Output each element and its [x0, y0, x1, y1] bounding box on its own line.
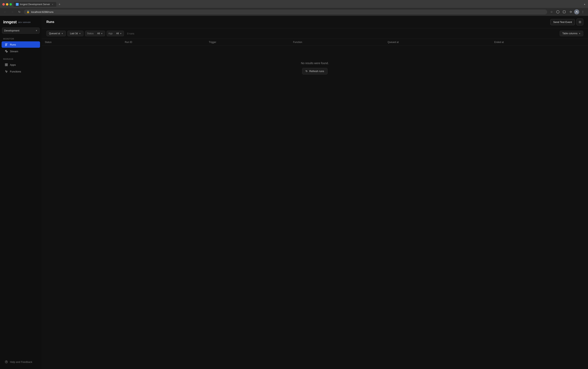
tab-dropdown-arrow[interactable]: ▼ [584, 3, 586, 6]
tab-favicon: I [16, 3, 19, 6]
app-filter-button[interactable]: All ▼ [114, 31, 124, 36]
empty-state-message: No results were found. [301, 61, 329, 65]
extension-2-button[interactable] [561, 9, 567, 15]
tab-title: Inngest Development Server [20, 3, 50, 6]
profile-button[interactable] [574, 9, 579, 14]
time-range-chevron-icon: ▼ [79, 32, 81, 35]
refresh-button[interactable]: ↻ [17, 9, 22, 15]
forward-button[interactable]: → [10, 9, 15, 15]
environment-chevron-icon: ▼ [35, 30, 37, 32]
svg-point-7 [6, 51, 7, 52]
status-filter-label: Status [85, 31, 95, 36]
app-container: inngest DEV SERVER Development ▼ Monitor… [0, 16, 588, 369]
maximize-traffic-light[interactable] [10, 3, 12, 6]
app-chevron-icon: ▼ [120, 32, 122, 35]
url-text: localhost:8288/runs [31, 10, 53, 13]
runs-icon [5, 43, 8, 46]
extension-1-button[interactable] [555, 9, 561, 15]
table-columns-chevron-icon: ▼ [579, 32, 581, 35]
close-traffic-light[interactable] [2, 3, 5, 6]
browser-nav-bar: ← → ↻ 🔒 localhost:8288/runs ☆ [0, 8, 588, 16]
empty-state: No results were found. ↻ Refresh runs [42, 46, 588, 90]
runs-table: Status Run ID Trigger Function Queued at [42, 39, 588, 90]
col-function: Function [290, 39, 384, 46]
table-columns-label: Table columns [562, 32, 578, 35]
app-filter-group: App All ▼ [107, 31, 124, 36]
sidebar-item-runs[interactable]: Runs [1, 41, 40, 48]
svg-rect-1 [563, 11, 565, 13]
traffic-lights [2, 3, 12, 6]
new-tab-button[interactable]: + [57, 2, 62, 7]
app-filter-value: All [116, 32, 119, 35]
app-filter-label: App [107, 31, 114, 36]
extensions-button[interactable] [568, 9, 573, 15]
browser-titlebar: I Inngest Development Server × + ▼ [0, 0, 588, 8]
refresh-runs-button[interactable]: ↻ Refresh runs [302, 68, 327, 74]
svg-rect-3 [5, 44, 8, 44]
refresh-runs-label: Refresh runs [309, 70, 324, 73]
minimize-traffic-light[interactable] [6, 3, 8, 6]
address-lock-icon: 🔒 [27, 10, 30, 13]
svg-point-2 [576, 11, 577, 12]
sidebar-item-stream-label: Stream [10, 50, 18, 53]
status-filter-button[interactable]: All ▼ [95, 31, 105, 36]
col-run-id: Run ID [122, 39, 206, 46]
col-trigger: Trigger [206, 39, 290, 46]
send-test-event-button[interactable]: Send Test Event [550, 19, 575, 25]
address-bar[interactable]: 🔒 localhost:8288/runs [24, 10, 547, 14]
queued-at-chevron-icon: ▼ [61, 32, 63, 35]
logo-badge: DEV SERVER [18, 21, 31, 23]
nav-action-buttons: ☆ ⋮ [549, 9, 586, 15]
sidebar-item-runs-label: Runs [10, 43, 16, 46]
bookmark-button[interactable]: ☆ [549, 9, 554, 15]
environment-selector[interactable]: Development ▼ [2, 28, 40, 34]
svg-rect-5 [5, 45, 7, 45]
sidebar-item-apps[interactable]: Apps [1, 61, 40, 68]
filter-bar: Queued at ▼ Last 3d ▼ Status All ▼ App A… [42, 28, 588, 39]
run-count: 0 runs [127, 32, 134, 35]
status-chevron-icon: ▼ [101, 32, 103, 35]
svg-rect-6 [5, 46, 7, 46]
sidebar-item-apps-label: Apps [10, 63, 16, 66]
table-columns-button[interactable]: Table columns ▼ [560, 31, 583, 36]
svg-point-13 [6, 362, 7, 363]
svg-rect-4 [5, 44, 7, 45]
col-status: Status [42, 39, 122, 46]
page-title: Runs [46, 20, 54, 24]
sidebar: inngest DEV SERVER Development ▼ Monitor… [0, 16, 42, 369]
svg-rect-9 [7, 64, 8, 65]
col-queued-at: Queued at [384, 39, 491, 46]
back-button[interactable]: ← [2, 9, 8, 15]
queued-at-label: Queued at [49, 32, 60, 35]
sidebar-item-stream[interactable]: Stream [1, 48, 40, 54]
svg-point-0 [556, 10, 559, 13]
header-actions: Send Test Event [550, 19, 583, 25]
svg-point-14 [579, 21, 580, 23]
status-filter-value: All [97, 32, 100, 35]
help-icon [5, 360, 8, 363]
help-feedback-label: Help and Feedback [10, 360, 32, 363]
tab-close-button[interactable]: × [51, 3, 54, 6]
sidebar-item-functions[interactable]: Functions [1, 68, 40, 75]
monitor-section-label: Monitor [0, 37, 42, 41]
browser-tab-active[interactable]: I Inngest Development Server × [13, 2, 56, 7]
time-range-filter-button[interactable]: Last 3d ▼ [67, 31, 84, 36]
main-content: Runs Send Test Event Queued at ▼ Last 3d… [42, 16, 588, 369]
svg-rect-10 [5, 65, 6, 66]
settings-button[interactable] [577, 19, 583, 25]
logo-text: inngest [3, 20, 17, 24]
manage-section-label: Manage [0, 57, 42, 61]
environment-label: Development [4, 29, 20, 32]
table-header: Status Run ID Trigger Function Queued at [42, 39, 588, 46]
browser-menu-button[interactable]: ⋮ [580, 9, 586, 15]
apps-icon [5, 63, 8, 66]
page-header: Runs Send Test Event [42, 16, 588, 28]
svg-rect-8 [5, 64, 6, 65]
refresh-icon: ↻ [305, 70, 308, 73]
help-feedback-button[interactable]: Help and Feedback [1, 359, 40, 365]
sidebar-item-functions-label: Functions [10, 70, 21, 73]
queued-at-filter-button[interactable]: Queued at ▼ [46, 31, 66, 36]
table-body: No results were found. ↻ Refresh runs [42, 46, 588, 90]
sidebar-footer: Help and Feedback [0, 357, 42, 367]
svg-rect-11 [7, 65, 8, 66]
